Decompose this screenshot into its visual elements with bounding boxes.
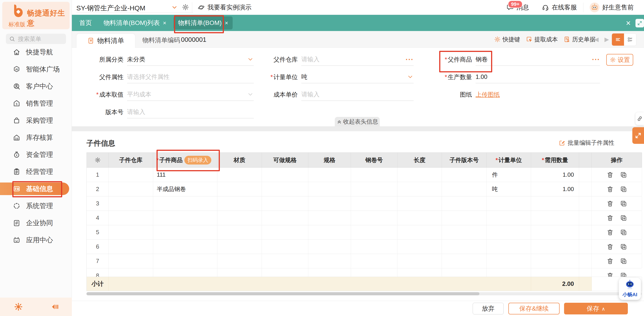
cost-method-select[interactable]: 平均成本 xyxy=(127,88,254,101)
chevron-down-icon[interactable] xyxy=(407,74,414,80)
table-cell[interactable] xyxy=(579,182,592,196)
copy-row-icon[interactable] xyxy=(620,229,627,236)
table-cell[interactable] xyxy=(109,268,153,277)
table-cell[interactable] xyxy=(398,225,442,239)
delete-row-icon[interactable] xyxy=(606,243,614,250)
table-cell[interactable] xyxy=(217,240,262,254)
copy-row-icon[interactable] xyxy=(620,171,627,178)
table-cell[interactable] xyxy=(262,211,308,225)
table-cell[interactable] xyxy=(398,268,442,277)
table-cell[interactable] xyxy=(217,225,262,239)
table-cell[interactable] xyxy=(579,196,592,211)
qty-cell[interactable] xyxy=(531,225,579,239)
scan-entry-button[interactable]: 扫码录入 xyxy=(184,156,211,165)
copy-row-icon[interactable] xyxy=(620,243,627,250)
extract-cost-button[interactable]: 提取成本 xyxy=(526,36,558,43)
next-record-icon[interactable]: ▶ xyxy=(604,36,609,43)
table-cell[interactable] xyxy=(442,225,486,239)
table-cell[interactable] xyxy=(217,168,262,182)
table-cell[interactable] xyxy=(351,182,398,196)
child-product-cell[interactable] xyxy=(153,225,217,239)
table-cell[interactable] xyxy=(109,211,153,225)
sidebar-item-system-mgmt[interactable]: 系统管理 xyxy=(0,197,72,214)
batch-edit-button[interactable]: 批量编辑子件属性 xyxy=(559,139,614,147)
table-cell[interactable] xyxy=(486,254,531,268)
table-cell[interactable] xyxy=(351,196,398,211)
table-cell[interactable] xyxy=(579,254,592,268)
child-product-cell[interactable] xyxy=(153,196,217,211)
sidebar-item-quick-nav[interactable]: 快捷导航 xyxy=(0,44,72,61)
table-cell[interactable] xyxy=(109,254,153,268)
table-cell[interactable] xyxy=(486,240,531,254)
qty-cell[interactable] xyxy=(531,268,579,277)
demo-link[interactable]: 我要看实例演示 xyxy=(198,0,252,15)
more-options-icon[interactable]: ... xyxy=(592,55,600,60)
table-cell[interactable] xyxy=(109,196,153,211)
qty-cell[interactable] xyxy=(531,211,579,225)
settings-button[interactable]: 设置 xyxy=(606,54,633,66)
table-cell[interactable] xyxy=(308,196,351,211)
table-cell[interactable] xyxy=(308,268,351,277)
parent-warehouse-field[interactable]: 请输入... xyxy=(301,53,414,66)
qty-cell[interactable]: 1.00 xyxy=(531,168,579,182)
table-cell[interactable] xyxy=(398,254,442,268)
table-cell[interactable] xyxy=(579,211,592,225)
sidebar-item-funds-mgmt[interactable]: ¥资金管理 xyxy=(0,146,72,163)
table-cell[interactable] xyxy=(442,254,486,268)
table-cell[interactable] xyxy=(442,196,486,211)
table-cell[interactable] xyxy=(109,168,153,182)
table-cell[interactable] xyxy=(442,211,486,225)
table-cell[interactable] xyxy=(486,268,531,277)
table-cell[interactable] xyxy=(262,168,308,182)
table-cell[interactable] xyxy=(442,182,486,196)
production-qty-field[interactable]: 1.00 xyxy=(476,71,600,83)
table-cell[interactable] xyxy=(442,168,486,182)
copy-row-icon[interactable] xyxy=(620,257,627,265)
qty-cell[interactable]: 1.00 xyxy=(531,182,579,196)
company-selector[interactable]: SY-钢管生产企业-HQM xyxy=(76,4,145,13)
table-cell[interactable] xyxy=(398,182,442,196)
history-docs-button[interactable]: 历史单据 xyxy=(564,36,596,43)
table-cell[interactable] xyxy=(109,225,153,239)
table-cell[interactable] xyxy=(351,211,398,225)
fullscreen-icon[interactable] xyxy=(636,19,644,28)
table-cell[interactable] xyxy=(217,182,262,196)
close-icon[interactable]: × xyxy=(163,20,166,27)
menu-search-box[interactable] xyxy=(6,34,66,44)
settings-gear-icon[interactable] xyxy=(14,302,23,311)
cost-price-field[interactable]: 请输入 xyxy=(301,88,414,101)
delete-row-icon[interactable] xyxy=(606,186,614,193)
table-cell[interactable] xyxy=(351,225,398,239)
table-cell[interactable] xyxy=(442,240,486,254)
table-cell[interactable] xyxy=(308,240,351,254)
table-cell[interactable] xyxy=(486,225,531,239)
table-cell[interactable] xyxy=(262,240,308,254)
sidebar-item-inventory-accounting[interactable]: 库存核算 xyxy=(0,129,72,146)
expand-panel-button[interactable] xyxy=(632,127,644,144)
online-service-button[interactable]: 在线客服 xyxy=(542,3,577,12)
child-product-cell[interactable] xyxy=(153,268,217,277)
table-cell[interactable] xyxy=(308,254,351,268)
collapse-header-button[interactable]: 收起表头信息 xyxy=(335,117,380,126)
table-cell[interactable] xyxy=(308,211,351,225)
account-settings-gear-icon[interactable] xyxy=(182,4,189,11)
child-product-cell[interactable]: 半成品钢卷 xyxy=(153,182,217,196)
table-cell[interactable] xyxy=(262,196,308,211)
table-cell[interactable] xyxy=(262,182,308,196)
child-product-cell[interactable] xyxy=(153,254,217,268)
delete-row-icon[interactable] xyxy=(606,257,614,265)
unit-select[interactable]: 吨 xyxy=(301,71,414,83)
drawing-field[interactable]: 上传图纸 xyxy=(476,89,600,101)
sidebar-item-base-info[interactable]: 基础信息 xyxy=(0,182,69,195)
table-cell[interactable] xyxy=(351,168,398,182)
table-cell[interactable] xyxy=(579,168,592,182)
table-cell[interactable] xyxy=(579,268,592,277)
table-cell[interactable] xyxy=(217,268,262,277)
column-settings-gear-icon[interactable] xyxy=(87,153,109,167)
qty-cell[interactable] xyxy=(531,254,579,268)
table-cell[interactable] xyxy=(486,196,531,211)
table-cell[interactable] xyxy=(217,211,262,225)
tab-home[interactable]: 首页 xyxy=(79,19,92,27)
table-cell[interactable] xyxy=(109,240,153,254)
horizontal-scrollbar[interactable] xyxy=(86,292,642,295)
